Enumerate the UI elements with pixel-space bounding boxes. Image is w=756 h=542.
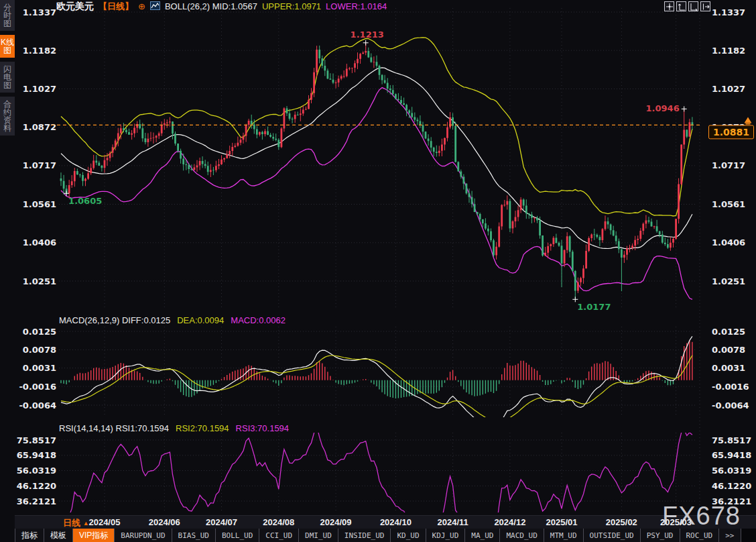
price-marker-cross: [363, 40, 369, 46]
date-tick: 2024/11: [432, 517, 475, 527]
date-tick: 2025/02: [600, 517, 643, 527]
indicator-tab-DMI_UD[interactable]: DMI_UD: [298, 529, 338, 542]
line-chart-icon[interactable]: [150, 1, 160, 13]
indicator-tab-CCI_UD[interactable]: CCI_UD: [259, 529, 298, 542]
macd-diff-value: MACD(26,12,9) DIFF:0.0125: [59, 315, 170, 326]
symbol-name: 欧元美元: [56, 1, 94, 13]
up-candle-wicks: [69, 43, 690, 293]
price-annotation: 1.1213: [351, 30, 384, 40]
axis-label: -0.0016: [712, 382, 749, 392]
axis-label: 1.0717: [23, 160, 56, 170]
axis-label: 1.1182: [23, 46, 56, 56]
axis-label: 65.9418: [712, 450, 751, 460]
indicator-tab-VIP指标[interactable]: VIP指标: [72, 529, 114, 542]
axis-label: -0.0016: [19, 382, 56, 392]
axis-label: 1.0717: [712, 160, 745, 170]
indicator-tab-PSY_UD[interactable]: PSY_UD: [640, 529, 680, 542]
axis-label: 0.0125: [712, 327, 745, 337]
crosshair-icon[interactable]: [664, 1, 674, 11]
indicator-tab-INSIDE_UD[interactable]: INSIDE_UD: [338, 529, 391, 542]
axis-label: 46.1220: [712, 481, 751, 491]
axis-label: 1.0561: [712, 199, 745, 209]
macd-dea-line: [61, 356, 692, 424]
axis-label: 1.0251: [23, 276, 56, 286]
price-annotation: 1.0946: [646, 103, 680, 113]
date-tick: 2024/06: [143, 517, 186, 527]
price-tag-value: 1.0881: [713, 127, 749, 138]
macd-hist-negative: [61, 380, 674, 398]
indicator-tab-BARUPDN_UD[interactable]: BARUPDN_UD: [114, 529, 171, 542]
macd-header: MACD(26,12,9) DIFF:0.0125 DEA:0.0094 MAC…: [59, 315, 286, 326]
zoom-out-axis-icon[interactable]: [688, 1, 698, 11]
axis-label: 75.8517: [712, 435, 751, 445]
down-candle-bodies: [60, 50, 694, 290]
go-to-latest-icon[interactable]: [700, 1, 710, 11]
axis-label: 1.1337: [23, 7, 56, 17]
axis-label: 56.0319: [17, 466, 56, 476]
date-tick: 2025/01: [540, 517, 583, 527]
date-axis[interactable]: 日线 ▲ 2024/052024/062024/072024/082024/09…: [0, 515, 756, 529]
axis-label: 1.1027: [712, 84, 745, 94]
annotation-layer: 1.12131.06051.01771.0946: [64, 30, 687, 313]
axis-label: -0.0064: [19, 400, 56, 411]
sidebar-item-kline-chart[interactable]: K线图: [0, 35, 15, 58]
date-tick: 2024/12: [489, 517, 531, 527]
axis-label: 1.0561: [23, 199, 56, 209]
axis-label: 65.9418: [17, 450, 56, 460]
indicator-tab-ROC_UD[interactable]: ROC_UD: [680, 529, 719, 542]
boll-upper-value: UPPER:1.0971: [262, 1, 321, 11]
axis-label: 1.0872: [23, 122, 56, 132]
axis-label: 0.0078: [712, 345, 745, 355]
chart-header: 欧元美元 【日线】 ⊕ BOLL(26,2) MID:1.0567 UPPER:…: [56, 0, 387, 13]
axis-label: 36.2121: [17, 496, 56, 506]
macd-dea-value: DEA:0.0094: [177, 315, 224, 326]
axis-label: 1.1027: [23, 84, 56, 94]
macd-hist-positive: [72, 341, 692, 380]
indicator-tab-KDJ_UD[interactable]: KDJ_UD: [426, 529, 465, 542]
date-tick: 2024/09: [314, 517, 357, 527]
rsi1-value: RSI(14,14,14) RSI1:70.1594: [59, 423, 169, 434]
indicator-tab->>[interactable]: >>: [718, 529, 741, 542]
price-marker-cross: [682, 106, 687, 111]
boll-lower-value: LOWER:1.0164: [326, 1, 387, 11]
rsi3-value: RSI3:70.1594: [236, 423, 290, 434]
indicator-tab-MTM_UD[interactable]: MTM_UD: [544, 529, 583, 542]
axis-label: 1.0251: [712, 276, 745, 286]
axis-label: 0.0125: [23, 327, 56, 337]
down-candle-wicks: [61, 46, 692, 299]
sidebar-item-contract-info[interactable]: 合约资料: [0, 97, 15, 136]
price-annotation: 1.0605: [68, 196, 102, 206]
sidebar-item-flash-chart[interactable]: 闪电图: [0, 62, 15, 93]
axis-label: 1.0406: [23, 237, 56, 248]
axis-label: 1.1182: [712, 46, 745, 56]
timeframe-label[interactable]: 【日线】: [99, 1, 133, 13]
indicator-tab-BIAS_UD[interactable]: BIAS_UD: [172, 529, 215, 542]
indicator-tab-指标[interactable]: 指标: [15, 529, 44, 542]
chart-toolbar: [664, 1, 710, 11]
up-candle-bodies: [68, 50, 691, 290]
price-marker-cross: [572, 296, 578, 302]
axis-label: 0.0078: [23, 345, 56, 355]
indicator-tab-MA_UD[interactable]: MA_UD: [464, 529, 499, 542]
sidebar-item-time-chart[interactable]: 分时图: [0, 0, 15, 31]
zoom-in-axis-icon[interactable]: [676, 1, 686, 11]
axis-label: 0.0031: [712, 363, 745, 373]
indicator-tab-KD_UD[interactable]: KD_UD: [390, 529, 425, 542]
axis-label: 46.1220: [17, 481, 56, 491]
date-tick: 2024/08: [257, 517, 300, 527]
add-indicator-icon[interactable]: ⊕: [138, 2, 145, 11]
indicator-tab-bar: 指标模板VIP指标BARUPDN_UDBIAS_UDBOLL_UDCCI_UDD…: [15, 529, 756, 542]
macd-pane: [61, 336, 692, 429]
macd-macd-value: MACD:0.0062: [231, 315, 286, 326]
timeframe-text: 日线: [63, 518, 80, 528]
indicator-tab-模板[interactable]: 模板: [44, 529, 72, 542]
indicator-tab-MACD_UD[interactable]: MACD_UD: [499, 529, 543, 542]
price-annotation: 1.0177: [577, 302, 611, 312]
indicator-tab-BOLL_UD[interactable]: BOLL_UD: [215, 529, 259, 542]
axis-label: -0.0064: [712, 400, 749, 411]
axis-label: 1.1337: [712, 7, 745, 17]
axis-label: 75.8517: [17, 435, 56, 445]
price-tag: 1.0881: [709, 117, 754, 139]
chart-canvas[interactable]: 1.13371.13371.11821.11821.10271.10271.08…: [0, 0, 756, 542]
indicator-tab-OUTSIDE_UD[interactable]: OUTSIDE_UD: [583, 529, 640, 542]
